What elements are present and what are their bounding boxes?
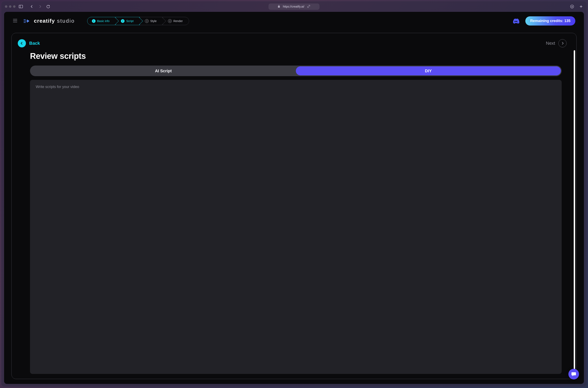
browser-titlebar: https://creatify.ai/ bbox=[1, 1, 587, 12]
credits-badge[interactable]: Remaining credits: 135 bbox=[525, 16, 575, 25]
content-card: Back Next Review scripts AI Script DIY bbox=[11, 33, 577, 379]
scrollbar-thumb[interactable] bbox=[574, 50, 575, 377]
brand-logo[interactable]: creatify studio bbox=[23, 17, 75, 25]
page-title: Review scripts bbox=[30, 51, 562, 61]
header-actions: Remaining credits: 135 bbox=[512, 16, 575, 25]
sidebar-toggle-icon[interactable] bbox=[19, 4, 23, 9]
card-nav: Back Next bbox=[18, 39, 574, 47]
browser-nav-buttons bbox=[30, 4, 50, 9]
app-viewport: creatify studio 1 Basic info 2 Script 3 … bbox=[4, 12, 584, 384]
svg-rect-2 bbox=[278, 6, 280, 8]
svg-rect-0 bbox=[19, 5, 23, 8]
back-label: Back bbox=[29, 41, 40, 46]
address-bar[interactable]: https://creatify.ai/ bbox=[268, 3, 320, 10]
nav-back-icon[interactable] bbox=[30, 4, 34, 9]
step-number: 3 bbox=[145, 19, 149, 23]
logo-mark-icon bbox=[23, 17, 31, 25]
new-tab-icon[interactable] bbox=[579, 4, 583, 9]
tab-diy[interactable]: DIY bbox=[296, 66, 561, 75]
next-label: Next bbox=[546, 41, 555, 46]
step-number: 2 bbox=[121, 19, 124, 23]
step-number: 1 bbox=[92, 19, 95, 23]
step-basic-info[interactable]: 1 Basic info bbox=[87, 17, 116, 25]
script-editor bbox=[30, 80, 562, 374]
step-label: Basic info bbox=[97, 19, 110, 23]
brand-text: creatify studio bbox=[34, 18, 75, 24]
progress-stepper: 1 Basic info 2 Script 3 Style 4 Render bbox=[87, 17, 189, 25]
titlebar-right bbox=[570, 4, 583, 9]
step-label: Render bbox=[173, 19, 183, 23]
card-body: Review scripts AI Script DIY bbox=[18, 51, 574, 374]
nav-reload-icon[interactable] bbox=[46, 4, 50, 9]
minimize-window-icon[interactable] bbox=[9, 5, 11, 8]
tab-ai-script[interactable]: AI Script bbox=[31, 66, 296, 75]
close-window-icon[interactable] bbox=[5, 5, 7, 8]
address-url: https://creatify.ai/ bbox=[283, 5, 305, 8]
chevron-right-icon bbox=[558, 39, 566, 47]
discord-icon[interactable] bbox=[512, 17, 520, 25]
nav-forward-icon[interactable] bbox=[38, 4, 42, 9]
back-button[interactable]: Back bbox=[18, 39, 40, 47]
next-button[interactable]: Next bbox=[546, 39, 566, 47]
window-controls[interactable] bbox=[5, 5, 16, 8]
browser-window: https://creatify.ai/ bbox=[1, 1, 587, 387]
downloads-icon[interactable] bbox=[570, 4, 574, 9]
app-header: creatify studio 1 Basic info 2 Script 3 … bbox=[4, 12, 584, 28]
menu-icon[interactable] bbox=[13, 19, 18, 24]
lock-icon bbox=[278, 5, 280, 8]
share-link-icon[interactable] bbox=[307, 5, 310, 9]
maximize-window-icon[interactable] bbox=[13, 5, 16, 8]
step-number: 4 bbox=[168, 19, 172, 23]
script-input[interactable] bbox=[36, 85, 556, 369]
chevron-left-icon bbox=[18, 39, 26, 47]
step-label: Style bbox=[150, 19, 157, 23]
support-chat-icon[interactable] bbox=[568, 369, 579, 379]
script-mode-tabs: AI Script DIY bbox=[30, 66, 562, 76]
step-label: Script bbox=[126, 19, 134, 23]
